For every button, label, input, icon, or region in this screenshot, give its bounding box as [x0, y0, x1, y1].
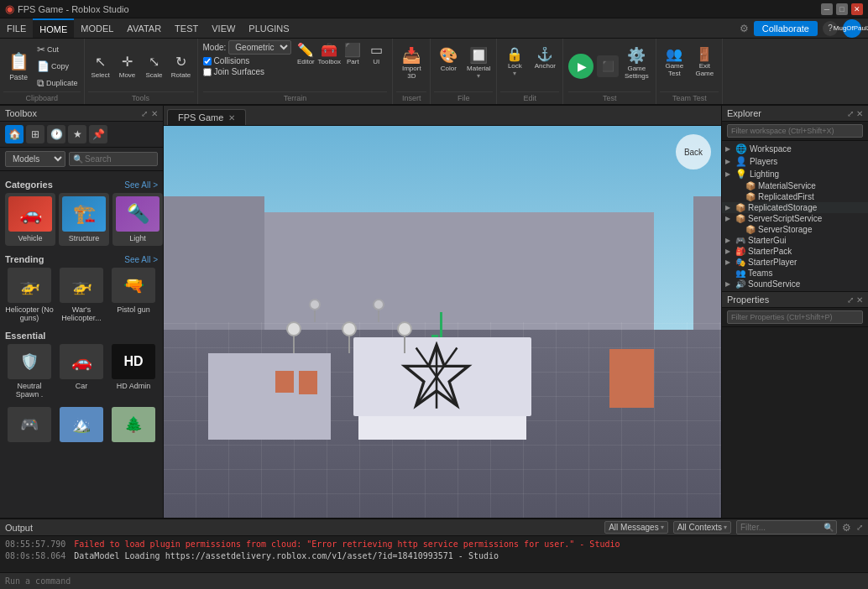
- settings-icon[interactable]: ⚙: [740, 23, 749, 34]
- toolbar-clipboard-section: 📋 Paste ✂ Cut 📄 Copy ⧉ Duplicate: [0, 39, 85, 104]
- join-surfaces-check[interactable]: Join Surfaces: [203, 67, 292, 76]
- window-maximize-btn[interactable]: □: [836, 3, 848, 15]
- scale-button[interactable]: ⤡ Scale: [142, 44, 167, 88]
- select-button[interactable]: ↖ Select: [88, 44, 113, 88]
- move-button[interactable]: ✛ Move: [115, 44, 140, 88]
- more-item-0[interactable]: 🎮: [5, 407, 54, 445]
- cut-label: Cut: [47, 45, 59, 54]
- toolbox-pin-icon-btn[interactable]: 📌: [89, 125, 107, 143]
- properties-close-icon[interactable]: ✕: [856, 295, 863, 305]
- output-expand-icon[interactable]: ⤢: [856, 523, 863, 532]
- model-type-select[interactable]: Models: [5, 151, 65, 167]
- anchor-button[interactable]: ⚓ Anchor: [531, 44, 559, 88]
- tree-item-replicatedfirst[interactable]: 📦 ReplicatedFirst: [722, 191, 868, 202]
- toolbox-search-input[interactable]: [85, 154, 154, 164]
- trending-label-1: War's Helicopter...: [57, 305, 106, 322]
- paste-button[interactable]: 📋 Paste: [3, 44, 34, 89]
- window-close-btn[interactable]: ✕: [851, 3, 863, 15]
- material-button[interactable]: 🔲 Material ▾: [464, 44, 493, 88]
- tree-item-teams[interactable]: 👥 Teams: [722, 268, 868, 279]
- left-platform: [208, 353, 331, 440]
- essential-item-2[interactable]: HD HD Admin: [109, 344, 158, 399]
- toolbar-settings-section: 👥 Game Test 🚪 Exit Game Team Test: [656, 39, 723, 104]
- tree-item-soundservice[interactable]: ▶ 🔊 SoundService: [722, 279, 868, 289]
- viewport-tab[interactable]: FPS Game ✕: [167, 109, 246, 125]
- toolbox-popout-icon[interactable]: ⤢: [141, 109, 148, 118]
- collisions-check[interactable]: Collisions: [203, 56, 292, 65]
- output-settings-icon[interactable]: ⚙: [842, 522, 851, 534]
- tree-item-starterpack[interactable]: ▶ 🎒 StarterPack: [722, 246, 868, 257]
- toolbox-tb-button[interactable]: 🧰 Toolbox: [318, 40, 340, 81]
- toolbox-grid-icon-btn[interactable]: ⊞: [26, 125, 44, 143]
- toolbox-tb-label: Toolbox: [318, 58, 342, 65]
- menu-home[interactable]: HOME: [33, 18, 74, 38]
- more-item-1[interactable]: 🏔️: [57, 407, 106, 445]
- tree-item-serverscriptservice[interactable]: ▶ 📦 ServerScriptService: [722, 213, 868, 224]
- category-vehicle[interactable]: 🚗 Vehicle: [5, 193, 55, 246]
- explorer-expand-icon[interactable]: ⤢: [847, 109, 854, 118]
- trending-item-1[interactable]: 🚁 War's Helicopter...: [57, 268, 106, 322]
- play-button[interactable]: ▶: [568, 54, 593, 79]
- menu-avatar[interactable]: AVATAR: [120, 18, 168, 38]
- toolbox-home-icon-btn[interactable]: 🏠: [5, 125, 24, 143]
- game-settings-button[interactable]: ⚙️ Game Settings: [622, 44, 651, 88]
- collaborate-section: ⚙ Collaborate ? MugOfPaul2: [733, 19, 868, 38]
- output-filter-input[interactable]: [736, 520, 837, 534]
- trending-item-0[interactable]: 🚁 Helicopter (No guns): [5, 268, 54, 322]
- move-label: Move: [119, 71, 136, 79]
- trending-see-all[interactable]: See All >: [124, 255, 158, 264]
- menu-plugins[interactable]: PLUGINS: [242, 18, 295, 38]
- stop-button[interactable]: ⬛: [597, 55, 619, 77]
- tree-item-workspace[interactable]: ▶ 🌐 Workspace: [722, 143, 868, 155]
- window-minimize-btn[interactable]: ─: [821, 3, 833, 15]
- duplicate-button[interactable]: ⧉ Duplicate: [34, 76, 81, 91]
- game-test-button[interactable]: 👥 Game Test: [660, 44, 688, 88]
- category-light[interactable]: 🔦 Light: [112, 193, 163, 246]
- part-button[interactable]: ⬛ Part: [342, 40, 363, 81]
- menu-view[interactable]: VIEW: [205, 18, 242, 38]
- menu-file[interactable]: FILE: [0, 18, 33, 38]
- user-avatar[interactable]: MugOfPaul2: [843, 19, 861, 38]
- explorer-close-icon[interactable]: ✕: [856, 109, 863, 118]
- viewport-tab-close-icon[interactable]: ✕: [228, 113, 235, 122]
- properties-filter-input[interactable]: [727, 310, 863, 324]
- explorer-title: Explorer: [727, 108, 761, 118]
- menu-test[interactable]: TEST: [168, 18, 205, 38]
- tree-item-starterplayer[interactable]: ▶ 🎭 StarterPlayer: [722, 257, 868, 268]
- all-messages-dropdown[interactable]: All Messages ▾: [604, 521, 667, 534]
- menu-model[interactable]: MODEL: [74, 18, 120, 38]
- essential-item-1[interactable]: 🚗 Car: [57, 344, 106, 399]
- back-button[interactable]: Back: [676, 134, 711, 169]
- collaborate-button[interactable]: Collaborate: [754, 21, 818, 36]
- command-input[interactable]: [5, 576, 863, 586]
- tree-item-startergui[interactable]: ▶ 🎮 StarterGui: [722, 235, 868, 246]
- lock-button[interactable]: 🔒 Lock ▾: [500, 44, 529, 88]
- cut-button[interactable]: ✂ Cut: [34, 42, 81, 57]
- copy-button[interactable]: 📄 Copy: [34, 59, 81, 74]
- tree-item-serverstorage[interactable]: 📦 ServerStorage: [722, 224, 868, 235]
- rotate-button[interactable]: ↻ Rotate: [169, 44, 194, 88]
- tree-item-materialservice[interactable]: 📦 MaterialService: [722, 180, 868, 191]
- category-structure[interactable]: 🏗️ Structure: [59, 193, 109, 246]
- exit-game-button[interactable]: 🚪 Exit Game: [690, 44, 719, 88]
- lock-label: Lock: [508, 62, 522, 70]
- trending-item-2[interactable]: 🔫 Pistol gun: [109, 268, 158, 322]
- viewport[interactable]: Back: [164, 126, 721, 518]
- color-button[interactable]: 🎨 Color: [434, 44, 463, 88]
- tree-item-replicatedstorage[interactable]: ▶ 📦 ReplicatedStorage: [722, 202, 868, 213]
- tree-item-lighting[interactable]: ▶ 💡 Lighting: [722, 168, 868, 180]
- properties-expand-icon[interactable]: ⤢: [847, 295, 854, 305]
- categories-see-all[interactable]: See All >: [124, 180, 158, 190]
- mode-select[interactable]: Geometric: [228, 40, 291, 55]
- tree-item-players[interactable]: ▶ 👤 Players: [722, 155, 868, 168]
- toolbox-clock-icon-btn[interactable]: 🕐: [47, 125, 65, 143]
- editor-button[interactable]: ✏️ Editor: [295, 40, 316, 81]
- import3d-button[interactable]: 📥 Import 3D: [396, 44, 426, 88]
- toolbox-star-icon-btn[interactable]: ★: [68, 125, 86, 143]
- explorer-filter-input[interactable]: [727, 124, 863, 138]
- toolbox-close-icon[interactable]: ✕: [151, 109, 158, 118]
- all-contexts-dropdown[interactable]: All Contexts ▾: [673, 521, 731, 534]
- essential-item-0[interactable]: 🛡️ Neutral Spawn .: [5, 344, 54, 399]
- more-item-2[interactable]: 🌲: [109, 407, 158, 445]
- ui-button[interactable]: ▭ UI: [365, 40, 387, 81]
